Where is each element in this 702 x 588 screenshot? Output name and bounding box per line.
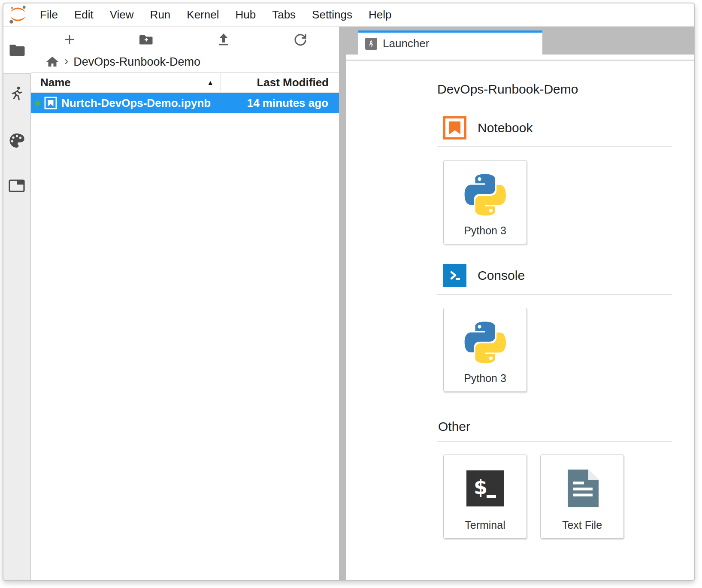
file-browser: › DevOps-Runbook-Demo Name ▲ Last Modifi… xyxy=(31,27,339,580)
home-icon[interactable] xyxy=(45,56,59,68)
sidebar-item-running[interactable] xyxy=(9,86,25,105)
new-folder-icon xyxy=(139,33,153,45)
sidebar-item-commands[interactable] xyxy=(8,132,25,151)
section-divider xyxy=(437,146,672,147)
section-divider xyxy=(437,294,672,295)
running-man-icon xyxy=(12,91,21,99)
upload-icon xyxy=(217,33,230,46)
menu-tabs[interactable]: Tabs xyxy=(264,8,304,21)
section-other-label: Other xyxy=(438,419,470,434)
section-console-label: Console xyxy=(478,268,525,283)
file-row-selected[interactable]: Nurtch-DevOps-Demo.ipynb 14 minutes ago xyxy=(31,93,339,113)
menu-help[interactable]: Help xyxy=(360,8,399,21)
column-name-label: Name xyxy=(40,76,71,89)
tabs-icon xyxy=(9,180,24,191)
text-file-icon xyxy=(563,468,601,509)
sort-ascending-icon: ▲ xyxy=(207,79,214,87)
file-name: Nurtch-DevOps-Demo.ipynb xyxy=(61,97,211,110)
refresh-button[interactable] xyxy=(262,33,339,46)
new-launcher-button[interactable] xyxy=(31,33,108,46)
menu-hub[interactable]: Hub xyxy=(227,8,264,21)
launcher-section-console: Console Python 3 xyxy=(437,264,672,392)
file-browser-toolbar: › DevOps-Runbook-Demo xyxy=(31,27,339,73)
card-label: Python 3 xyxy=(464,224,506,237)
menu-kernel[interactable]: Kernel xyxy=(179,8,227,21)
menu-settings[interactable]: Settings xyxy=(304,8,360,21)
refresh-icon xyxy=(294,33,307,46)
card-label: Terminal xyxy=(465,519,505,531)
dock-tab-bar: Launcher xyxy=(346,27,694,55)
sidebar-rest xyxy=(3,73,31,580)
upload-button[interactable] xyxy=(185,33,262,46)
sidebar-item-files[interactable] xyxy=(3,27,31,73)
card-label: Text File xyxy=(562,519,602,531)
notebook-file-icon xyxy=(44,97,57,109)
tab-launcher[interactable]: Launcher xyxy=(358,30,542,55)
python-logo xyxy=(460,170,510,220)
new-launcher-plus-icon xyxy=(63,33,76,46)
breadcrumb-folder[interactable]: DevOps-Runbook-Demo xyxy=(73,55,200,69)
listing-header: Name ▲ Last Modified xyxy=(31,73,339,93)
menu-run[interactable]: Run xyxy=(142,8,179,21)
console-icon xyxy=(443,264,466,287)
terminal-icon: $ xyxy=(466,470,504,506)
launcher-card-text-file[interactable]: Text File xyxy=(540,455,624,539)
tab-bar-underline xyxy=(346,55,694,61)
notebook-icon xyxy=(443,116,466,139)
card-label: Python 3 xyxy=(464,372,506,385)
menu-view[interactable]: View xyxy=(102,8,142,21)
file-last-modified: 14 minutes ago xyxy=(247,97,339,110)
launcher-cwd-title: DevOps-Runbook-Demo xyxy=(437,82,694,97)
column-last-modified-label: Last Modified xyxy=(257,76,329,89)
jupyterlab-window: File Edit View Run Kernel Hub Tabs Setti… xyxy=(3,3,695,581)
panel-splitter[interactable] xyxy=(339,27,346,580)
left-sidebar xyxy=(3,27,31,580)
launcher-section-other: Other $ Terminal xyxy=(437,419,672,539)
folder-icon xyxy=(9,43,25,57)
svg-text:$: $ xyxy=(474,476,487,499)
breadcrumb: › DevOps-Runbook-Demo xyxy=(31,52,339,71)
launcher-panel: DevOps-Runbook-Demo Notebook xyxy=(346,61,694,580)
launcher-card-notebook-python3[interactable]: Python 3 xyxy=(443,160,527,244)
menu-bar: File Edit View Run Kernel Hub Tabs Setti… xyxy=(3,3,694,27)
sidebar-item-tabs[interactable] xyxy=(8,179,25,195)
column-last-modified[interactable]: Last Modified xyxy=(221,73,339,92)
section-notebook-label: Notebook xyxy=(478,121,533,135)
launcher-rocket-icon xyxy=(365,38,377,50)
launcher-section-notebook: Notebook Python 3 xyxy=(437,116,672,244)
kernel-running-dot xyxy=(35,100,40,106)
section-divider xyxy=(437,441,672,442)
launcher-card-console-python3[interactable]: Python 3 xyxy=(443,308,527,392)
menu-file[interactable]: File xyxy=(32,8,66,21)
tab-launcher-label: Launcher xyxy=(383,37,429,50)
jupyter-logo-icon xyxy=(8,5,27,24)
menu-items: File Edit View Run Kernel Hub Tabs Setti… xyxy=(32,8,400,21)
column-name[interactable]: Name ▲ xyxy=(31,73,221,92)
launcher-card-terminal[interactable]: $ Terminal xyxy=(443,455,527,539)
new-folder-button[interactable] xyxy=(108,33,185,45)
breadcrumb-separator: › xyxy=(64,55,68,69)
dock-panel: Launcher DevOps-Runbook-Demo Notebook xyxy=(346,27,694,580)
python-logo xyxy=(460,318,510,367)
jupyter-logo xyxy=(3,5,32,24)
menu-edit[interactable]: Edit xyxy=(66,8,102,21)
